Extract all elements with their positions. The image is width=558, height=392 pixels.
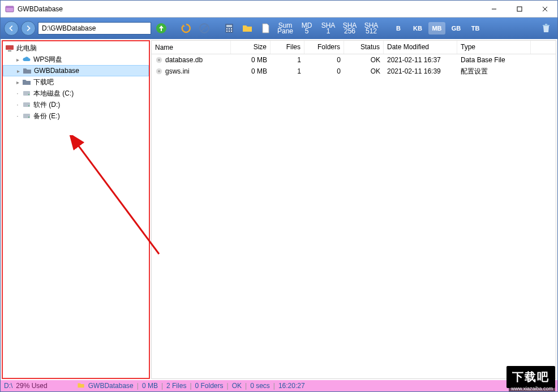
- cell-name: database.db: [165, 56, 203, 64]
- unit-b[interactable]: B: [390, 22, 407, 35]
- svg-rect-14: [226, 31, 228, 32]
- expander-icon[interactable]: ▸: [14, 56, 21, 63]
- expander-icon[interactable]: ▸: [14, 79, 21, 85]
- cell-folders: 0: [304, 56, 344, 64]
- cell-date: 2021-02-11 16:39: [384, 67, 457, 75]
- unit-gb[interactable]: GB: [448, 22, 465, 35]
- cloud-icon: [22, 55, 31, 64]
- toolbar: SumPane MD5 SHA1 SHA256 SHA512 B KB MB G…: [1, 18, 557, 39]
- folder-tree: 此电脑 ▸WPS网盘▸GWBDatabase▸下载吧·本地磁盘 (C:)·软件 …: [2, 40, 150, 379]
- back-button[interactable]: [4, 21, 19, 36]
- path-input[interactable]: [38, 22, 151, 35]
- expander-icon[interactable]: ·: [14, 90, 21, 97]
- folder-icon[interactable]: [239, 20, 255, 36]
- status-bar: D:\ 29% Used GWBDatabase | 0 MB | 2 File…: [1, 380, 557, 391]
- svg-rect-11: [226, 28, 228, 29]
- svg-rect-13: [231, 28, 232, 29]
- col-files[interactable]: Files: [271, 41, 304, 54]
- col-date[interactable]: Date Modified: [384, 41, 457, 54]
- list-row[interactable]: database.db0 MB10OK2021-02-11 16:37Data …: [152, 54, 556, 66]
- computer-icon: [5, 44, 14, 53]
- md5-button[interactable]: MD5: [297, 20, 316, 37]
- cell-size: 0 MB: [231, 67, 271, 75]
- forward-button[interactable]: [21, 21, 36, 36]
- svg-rect-12: [229, 28, 230, 29]
- col-name[interactable]: Name: [152, 41, 231, 54]
- status-drive: D:\: [4, 382, 12, 390]
- tree-item-label: WPS网盘: [33, 55, 62, 64]
- content-area: 此电脑 ▸WPS网盘▸GWBDatabase▸下载吧·本地磁盘 (C:)·软件 …: [1, 39, 557, 380]
- list-body[interactable]: database.db0 MB10OK2021-02-11 16:37Data …: [152, 54, 556, 378]
- trash-icon[interactable]: [538, 20, 554, 36]
- list-row[interactable]: gsws.ini0 MB10OK2021-02-11 16:39配置设置: [152, 66, 556, 77]
- cell-name: gsws.ini: [165, 67, 190, 75]
- col-size[interactable]: Size: [231, 41, 271, 54]
- minimize-button[interactable]: [481, 1, 507, 17]
- cell-status: OK: [344, 67, 384, 75]
- tree-root[interactable]: 此电脑: [3, 42, 149, 54]
- sha512-button[interactable]: SHA512: [362, 20, 381, 37]
- maximize-button[interactable]: [507, 1, 532, 17]
- window-controls: [481, 1, 557, 17]
- cell-size: 0 MB: [231, 56, 271, 64]
- window-title: GWBDatabase: [18, 5, 481, 13]
- calculator-icon[interactable]: [221, 20, 237, 36]
- svg-point-24: [28, 105, 29, 106]
- svg-rect-18: [545, 24, 547, 25]
- refresh-button[interactable]: [178, 20, 194, 36]
- tree-item-label: GWBDatabase: [34, 67, 79, 75]
- col-folders[interactable]: Folders: [304, 41, 344, 54]
- sha1-button[interactable]: SHA1: [319, 20, 338, 37]
- col-status[interactable]: Status: [344, 41, 384, 54]
- cell-type: Data Base File: [457, 56, 531, 64]
- app-window: GWBDatabase SumPane MD5 SHA1 SHA256 SHA5…: [0, 0, 558, 392]
- tree-item-label: 下载吧: [33, 77, 54, 87]
- list-header: Name Size Files Folders Status Date Modi…: [152, 41, 556, 54]
- folder-icon: [22, 77, 31, 87]
- stop-button[interactable]: [196, 20, 212, 36]
- svg-rect-3: [517, 7, 522, 11]
- tree-item-3[interactable]: ·本地磁盘 (C:): [3, 88, 149, 99]
- expander-icon[interactable]: ·: [14, 113, 21, 119]
- tree-item-2[interactable]: ▸下载吧: [3, 76, 149, 88]
- sha256-button[interactable]: SHA256: [340, 20, 359, 37]
- tree-item-label: 本地磁盘 (C:): [33, 89, 74, 98]
- unit-tb[interactable]: TB: [467, 22, 484, 35]
- cell-files: 1: [271, 67, 304, 75]
- unit-mb[interactable]: MB: [428, 22, 445, 35]
- svg-rect-10: [226, 25, 232, 27]
- tree-item-4[interactable]: ·软件 (D:): [3, 99, 149, 110]
- close-button[interactable]: [532, 1, 557, 17]
- col-type[interactable]: Type: [457, 41, 531, 54]
- status-used: 29% Used: [16, 382, 47, 390]
- tree-item-0[interactable]: ▸WPS网盘: [3, 54, 149, 65]
- file-icon[interactable]: [257, 20, 273, 36]
- sumpane-button[interactable]: SumPane: [276, 20, 295, 37]
- status-folders: 0 Folders: [195, 382, 224, 390]
- cell-folders: 0: [304, 67, 344, 75]
- expander-icon[interactable]: ▸: [15, 67, 22, 74]
- tree-item-5[interactable]: ·备份 (E:): [3, 110, 149, 122]
- disk-icon: [22, 89, 31, 98]
- tree-item-label: 备份 (E:): [33, 111, 60, 121]
- file-list: Name Size Files Folders Status Date Modi…: [151, 40, 556, 379]
- tree-item-1[interactable]: ▸GWBDatabase: [3, 65, 149, 76]
- svg-rect-1: [6, 6, 14, 8]
- tree-item-label: 软件 (D:): [33, 100, 60, 110]
- svg-point-31: [158, 70, 160, 72]
- unit-kb[interactable]: KB: [409, 22, 426, 35]
- tree-root-label: 此电脑: [16, 44, 37, 53]
- svg-line-8: [201, 25, 207, 31]
- svg-rect-17: [543, 25, 550, 26]
- folder-icon: [23, 66, 32, 75]
- title-bar: GWBDatabase: [1, 1, 557, 18]
- expander-icon[interactable]: ·: [14, 101, 21, 108]
- up-button[interactable]: [153, 20, 169, 36]
- status-secs: 0 secs: [250, 382, 270, 390]
- svg-rect-20: [8, 50, 11, 51]
- svg-point-29: [158, 59, 160, 61]
- svg-rect-19: [6, 45, 14, 50]
- svg-point-26: [28, 117, 29, 118]
- cell-type: 配置设置: [457, 67, 531, 76]
- svg-rect-15: [229, 31, 230, 32]
